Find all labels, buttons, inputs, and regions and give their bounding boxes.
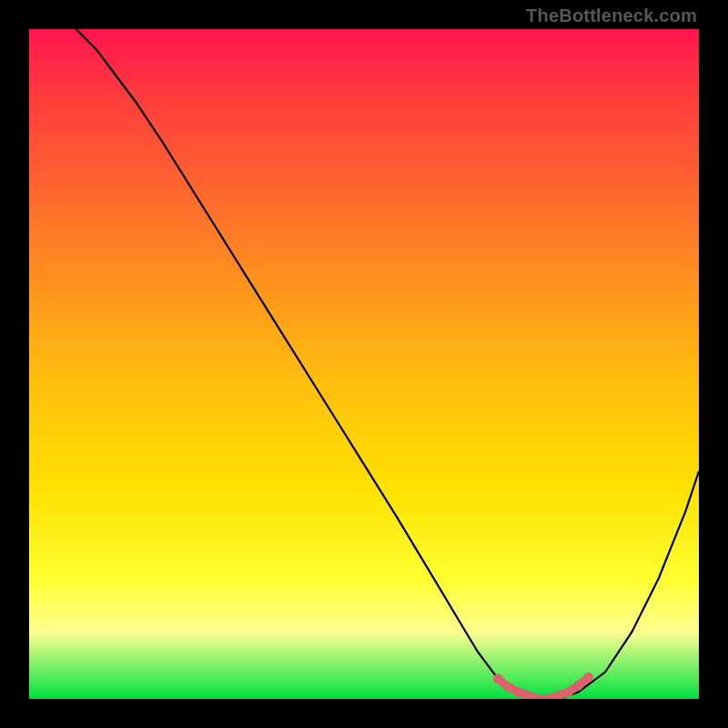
- highlight-dots: [493, 672, 593, 699]
- bottleneck-curve: [76, 29, 700, 699]
- highlight-dot: [583, 672, 593, 682]
- highlight-dot: [563, 687, 573, 697]
- chart-frame: TheBottleneck.com: [0, 0, 728, 728]
- highlight-dot: [503, 682, 513, 692]
- curve-overlay: [29, 29, 699, 699]
- highlight-dot: [513, 687, 523, 697]
- watermark-text: TheBottleneck.com: [526, 5, 697, 26]
- plot-area: [29, 29, 699, 699]
- highlight-dot: [493, 673, 503, 683]
- highlight-dot: [573, 681, 583, 691]
